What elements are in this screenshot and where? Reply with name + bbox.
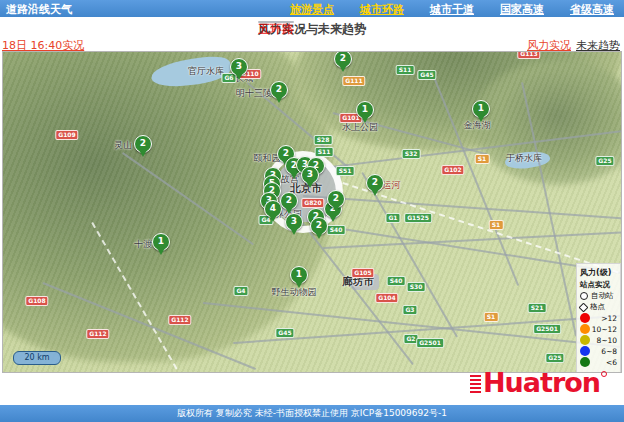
road-badge: S51 [336,166,355,176]
wind-station-marker[interactable]: 2 [366,174,384,192]
road-badge: S28 [314,135,333,145]
legend-title: 风力(级) [580,267,617,278]
wind-station-marker[interactable]: 1 [152,233,170,251]
wind-level-dot-icon [580,335,590,345]
road-badge: G3 [402,305,417,315]
tab-future-trend[interactable]: 未来趋势 [576,38,620,53]
wind-station-marker[interactable]: 2 [334,51,352,68]
wind-station-marker[interactable]: 1 [472,100,490,118]
diamond-symbol-icon [579,302,589,312]
wind-level-dot-icon [580,313,590,323]
wind-station-marker[interactable]: 3 [285,213,303,231]
map-scale-bar: 20 km [13,351,61,365]
road-badge: G102 [441,165,464,175]
wind-station-marker[interactable]: 2 [310,217,328,235]
road-badge: S1 [489,220,504,230]
road-badge: G25 [545,353,564,363]
road-badge: G4 [233,286,248,296]
wind-station-marker[interactable]: 3 [301,166,319,184]
site-brand: 道路沿线天气 [6,2,72,17]
legend-level-row: <6 [580,357,617,367]
wind-station-marker[interactable]: 1 [290,266,308,284]
road-badge: G112 [168,315,191,325]
logo-text: Huatron [483,368,600,398]
road-badge: G25 [595,156,614,166]
terrain-map[interactable]: G110G113G6G111G109G101G105G104G102G108G1… [2,51,622,373]
road-badge: G2501 [416,338,444,348]
map-overlay-layer: G110G113G6G111G109G101G105G104G102G108G1… [3,52,621,372]
nav-item-provincial-expressways[interactable]: 省级高速 [570,2,614,17]
road-badge: S1 [484,312,499,322]
top-navigation-bar: 道路沿线天气 旅游景点 城市环路 城市干道 国家高速 省级高速 [0,0,624,17]
wind-station-marker[interactable]: 2 [134,135,152,153]
legend-level-row: 6~8 [580,346,617,356]
view-switcher: 风力实况 未来趋势 [527,38,620,53]
road-badge: G111 [342,76,365,86]
road-badge: S21 [528,303,547,313]
road-badge: S1 [475,154,490,164]
road-badge: S40 [327,225,346,235]
wind-station-marker[interactable]: 1 [356,101,374,119]
map-place-label: 明十三陵 [236,87,272,100]
legend-label: 6~8 [601,347,617,356]
wind-level-dot-icon [580,324,590,334]
huatron-logo: Huatron [470,368,607,398]
road-badge: G1 [385,213,400,223]
logo-stripes-icon [470,375,481,395]
road-badge: G45 [417,70,436,80]
wind-level-dot-icon [580,357,590,367]
page-title-road-name: 五环路 [258,21,294,23]
legend-level-row: 8~10 [580,335,617,345]
wind-station-marker[interactable]: 2 [327,190,345,208]
road-badge: S11 [396,65,415,75]
map-place-label: 十渡 [134,238,152,251]
nav-item-city-arterials[interactable]: 城市干道 [430,2,474,17]
copyright-text: 版权所有 复制必究 未经-书面授权禁止使用 京ICP备15009692号-1 [0,405,624,422]
legend-label: 自动站 [591,291,614,301]
legend-label: 10~12 [592,325,617,334]
legend-station-type-row: 自动站 [580,291,617,301]
map-place-label: 灵山 [114,139,132,152]
road-badge: G820 [301,198,324,208]
road-badge: G45 [275,328,294,338]
legend-label: >12 [601,314,617,323]
map-place-label: 官厅水库 [188,65,224,78]
circle-symbol-icon [580,292,588,300]
legend-label: 格点 [590,302,605,312]
observation-time-link[interactable]: 18日 16:40实况 [2,38,84,53]
road-badge: S40 [387,276,406,286]
road-badge: S32 [402,149,421,159]
page-title: 五环路风力实况与未来趋势 [0,21,624,38]
registered-mark-icon [601,371,607,377]
nav-item-scenic-spots[interactable]: 旅游景点 [290,2,334,17]
road-badge: S30 [407,282,426,292]
tab-wind-now[interactable]: 风力实况 [527,38,571,53]
legend-rows: 自动站格点>1210~128~106~8<6 [580,291,617,367]
legend-label: 8~10 [596,336,617,345]
nav-item-city-ring-roads[interactable]: 城市环路 [360,2,404,17]
legend-level-row: 10~12 [580,324,617,334]
road-badge: G105 [351,268,374,278]
top-nav: 旅游景点 城市环路 城市干道 国家高速 省级高速 [290,2,614,17]
wind-station-marker[interactable]: 2 [280,192,298,210]
wind-station-marker[interactable]: 3 [230,58,248,76]
map-place-label: 于桥水库 [506,152,542,165]
legend-subtitle: 站点实况 [580,280,617,290]
road-badge: G109 [55,130,78,140]
wind-level-dot-icon [580,346,590,356]
road-badge: G108 [25,296,48,306]
road-badge: G2501 [533,324,561,334]
road-badge: G1525 [404,213,432,223]
road-badge: S11 [315,147,334,157]
legend-station-type-row: 格点 [580,302,617,312]
nav-item-national-expressways[interactable]: 国家高速 [500,2,544,17]
footer-bar: 版权所有 复制必究 未经-书面授权禁止使用 京ICP备15009692号-1 [0,405,624,422]
legend-label: <6 [606,358,617,367]
road-badge: G104 [375,293,398,303]
wind-legend: 风力(级) 站点实况 自动站格点>1210~128~106~8<6 [576,263,621,373]
legend-level-row: >12 [580,313,617,323]
map-place-label: 野生动物园 [272,286,317,299]
wind-station-marker[interactable]: 2 [270,81,288,99]
app-window: 道路沿线天气 旅游景点 城市环路 城市干道 国家高速 省级高速 五环路风力实况与… [0,0,624,422]
road-badge: G112 [86,329,109,339]
